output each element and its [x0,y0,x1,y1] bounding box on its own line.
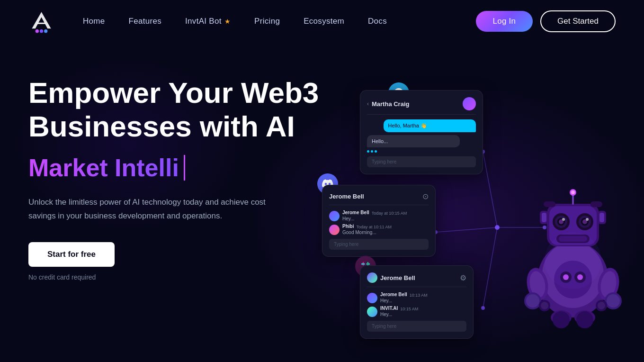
msg-time-3b: 10:15 AM [400,307,418,311]
msg-right-1: Hello, Martha 👋 [384,119,476,132]
cursor-icon [184,155,185,181]
nav-pricing[interactable]: Pricing [254,17,280,26]
msg-avatar-3a [367,293,377,303]
card-header-3: Jerome Bell ⚙ [367,272,466,287]
get-started-button[interactable]: Get Started [540,10,616,32]
svg-rect-43 [542,213,546,222]
navbar: Home Features InvtAI Bot ★ Pricing Ecosy… [0,0,644,43]
card-avatar-1 [463,97,476,110]
card-header-2: Jerome Bell ⊙ [329,192,429,205]
svg-rect-14 [361,263,365,265]
robot-illustration [511,166,635,336]
nav-ecosystem[interactable]: Ecosystem [304,17,344,26]
input-mock-3[interactable]: Typing here [367,321,466,332]
settings-icon-2: ⊙ [422,192,429,201]
msg-text-3a: Hey... [380,298,466,303]
svg-rect-57 [590,201,602,207]
msg-content-3a: Jerome Bell 10:13 AM Hey... [380,292,466,303]
start-free-button[interactable]: Start for free [28,242,115,267]
svg-rect-58 [572,194,574,205]
settings-icon-3: ⚙ [460,273,466,282]
nav-invtai-bot[interactable]: InvtAI Bot ★ [185,17,231,26]
svg-point-32 [526,294,539,308]
msg-row-2a: Jerome Bell Today at 10:15 AM Hey... [329,210,429,221]
svg-point-2 [44,29,47,33]
telegram-chat-card: ‹ Martha Craig Hello, Martha 👋 Hello... … [360,90,483,174]
msg-time-2b: Today at 10:11 AM [356,225,392,229]
msg-avatar-2a [329,211,340,221]
input-mock-2[interactable]: Typing here [329,239,429,250]
svg-line-3 [483,152,497,227]
nav-docs[interactable]: Docs [368,17,387,26]
slack-chat-card: Jerome Bell ⚙ Jerome Bell 10:13 AM Hey..… [360,265,474,339]
hero-section: Empower Your Web3 Businesses with AI Mar… [0,43,644,281]
card-header-1: ‹ Martha Craig [367,97,476,115]
svg-point-1 [40,29,43,33]
svg-point-36 [541,302,548,309]
msg-sender-3b: INVIT.AI [380,306,398,311]
svg-point-65 [553,311,570,328]
messages-container-3: Jerome Bell 10:13 AM Hey... INVIT.AI 10:… [367,292,466,332]
card-name-2: Jerome Bell [329,193,364,200]
svg-point-10 [481,306,485,310]
discord-chat-card: Jerome Bell ⊙ Jerome Bell Today at 10:15… [322,185,436,257]
msg-row-2b: Phibi Today at 10:11 AM Good Morning... [329,224,429,235]
hero-visual: ‹ Martha Craig Hello, Martha 👋 Hello... … [313,81,644,362]
hero-text: Empower Your Web3 Businesses with AI Mar… [28,62,319,281]
msg-time-3a: 10:13 AM [410,293,428,298]
no-credit-text: No credit card required [28,273,319,281]
back-arrow-icon: ‹ [367,100,369,107]
card-name-1: Martha Craig [372,100,409,108]
card-name-3: Jerome Bell [380,274,415,281]
msg-left-1: Hello... [367,135,460,147]
msg-row-3b: INVIT.AI 10:15 AM Hey... [367,306,466,317]
input-mock-1[interactable]: Typing here [367,156,476,167]
msg-text-2a: Hey... [342,216,429,221]
svg-rect-56 [544,201,555,207]
svg-point-67 [545,232,601,289]
nav-links: Home Features InvtAI Bot ★ Pricing Ecosy… [83,17,476,26]
logo[interactable] [28,9,54,35]
svg-point-0 [36,29,39,33]
hero-title: Empower Your Web3 Businesses with AI [28,76,319,144]
svg-point-66 [576,311,593,328]
msg-content-3b: INVIT.AI 10:15 AM Hey... [380,306,466,317]
star-badge-icon: ★ [224,18,231,25]
nav-features[interactable]: Features [129,17,162,26]
svg-point-54 [559,219,564,224]
svg-line-4 [436,227,497,232]
hero-description: Unlock the limitless power of AI technol… [28,196,275,223]
hero-subtitle: Market Intelli [28,153,319,182]
card-avatar-3 [367,272,377,283]
msg-time-2a: Today at 10:15 AM [372,211,407,216]
msg-avatar-3b [367,307,377,317]
messages-container-1: Hello, Martha 👋 Hello... Typing here [367,119,476,167]
msg-content-2b: Phibi Today at 10:11 AM Good Morning... [342,224,429,235]
msg-content-2a: Jerome Bell Today at 10:15 AM Hey... [342,210,429,221]
msg-text-3b: Hey... [380,312,466,317]
msg-sender-3a: Jerome Bell [380,292,407,297]
msg-sender-2b: Phibi [342,224,354,229]
msg-sender-2a: Jerome Bell [342,210,369,215]
nav-actions: Log In Get Started [476,10,616,32]
svg-point-34 [607,294,620,308]
svg-point-55 [582,219,587,224]
nav-home[interactable]: Home [83,17,105,26]
msg-text-2b: Good Morning... [342,230,429,235]
login-button[interactable]: Log In [476,11,533,32]
typing-dots-1 [367,150,476,153]
svg-point-60 [571,190,575,194]
msg-avatar-2b [329,225,340,235]
svg-line-5 [483,227,497,308]
svg-rect-45 [599,213,604,222]
svg-point-38 [598,302,605,309]
svg-point-7 [495,225,500,230]
msg-row-3a: Jerome Bell 10:13 AM Hey... [367,292,466,303]
messages-container-2: Jerome Bell Today at 10:15 AM Hey... Phi… [329,210,429,250]
